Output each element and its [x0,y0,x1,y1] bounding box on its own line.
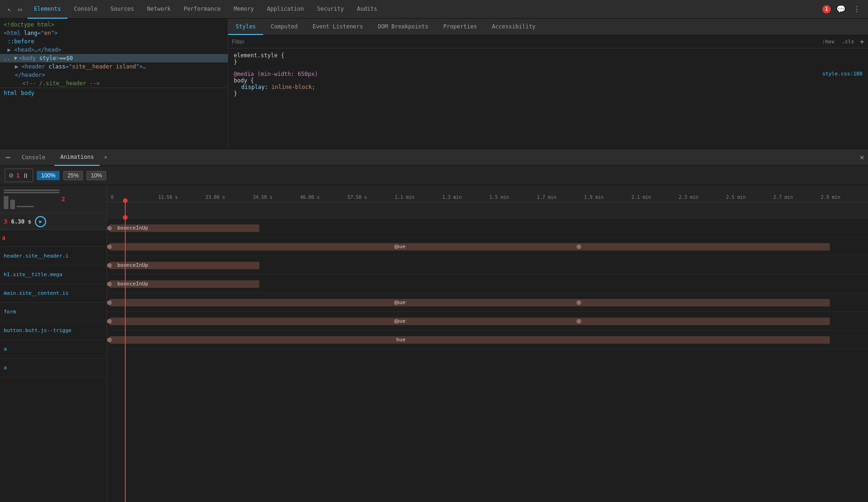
anim-label-bounce-main: bounceInUp [117,262,148,268]
tab-elements[interactable]: Elements [27,0,68,19]
ruler-13: 1.3 min [442,195,489,200]
ruler-21: 2.1 min [631,195,679,200]
animation-timeline[interactable]: 0 11.50 s 23.00 s 34.50 s 46.00 s 57.50 … [107,185,868,502]
drawer-tab-animations[interactable]: Animations [54,149,99,166]
css-selector: element.style { [234,52,284,59]
drawer-tab-console[interactable]: Console [16,149,51,166]
play-button[interactable]: ▶ [35,216,46,227]
tab-properties[interactable]: Properties [436,19,484,35]
anim-bar-button [109,299,830,306]
pause-button[interactable]: ⏸ [22,172,29,179]
drawer-header: ⋯ Console Animations ✕ ✕ [0,149,868,166]
cursor-icon[interactable]: ↖ [6,4,13,15]
speed-100-button[interactable]: 100% [37,171,60,180]
equals-sign: == [60,55,66,61]
elements-panel[interactable]: <!doctype html> <html lang="en"> ::befor… [0,19,228,149]
tab-network[interactable]: Network [141,0,177,19]
step-number-3: 3 [4,218,7,225]
anim-dot-a1-end [576,319,581,324]
step-number-2: 2 [61,196,65,203]
dom-line[interactable]: <!-- /.site__header --> [0,79,228,88]
error-indicator[interactable]: 1 [822,5,831,14]
animation-timeline-area: 2 3 6.30 s ▶ 4 header.site__header.i h1.… [0,185,868,502]
preview-bar-3 [17,206,34,207]
tab-console[interactable]: Console [68,0,104,19]
css-rule-media: @media (min-width: 650px) style.css:180 … [234,71,862,97]
device-icon[interactable]: ▭ [16,4,23,15]
body-node: <body style> [19,55,60,61]
drawer-more-icon[interactable]: ⋯ [4,151,13,163]
dom-line[interactable]: ::before [0,37,228,46]
dom-line[interactable]: <!doctype html> [0,20,228,29]
html-node: <html lang="en"> [4,30,58,36]
ruler-29: 2.9 min [821,195,868,200]
css-closing-brace: } [234,90,237,97]
tab-sources[interactable]: Sources [104,0,141,19]
current-time-display: 6.30 s [11,218,31,225]
dollar-zero: $0 [66,55,73,61]
tab-event-listeners[interactable]: Event Listeners [305,19,370,35]
anim-dot-button-start [107,300,112,305]
styles-filter-input[interactable] [232,39,816,45]
tab-security[interactable]: Security [311,0,351,19]
label-a2: a [4,365,7,371]
anim-dot-a1-start [107,319,112,324]
breadcrumb-html[interactable]: html [4,90,17,96]
ruler-11: 1.1 min [395,195,442,200]
close-tab-icon[interactable]: ✕ [104,154,108,160]
dom-line[interactable]: ▶ <header class="site__header island">… [0,62,228,71]
label-h1: h1.site__title.mega [4,271,62,278]
tab-audits[interactable]: Audits [351,0,384,19]
preview-bar-1 [4,196,8,209]
preview-line-1 [4,190,60,191]
anim-label-main: main.site__content.is [0,284,107,303]
anim-bar-a1 [109,318,830,325]
add-style-button[interactable]: + [860,37,864,46]
tab-application[interactable]: Application [260,0,310,19]
tab-accessibility[interactable]: Accessibility [484,19,543,35]
doctype-node: <!doctype html> [4,21,54,28]
tab-icons: ↖ ▭ [2,4,27,15]
preview-widget [4,190,60,209]
css-rule-element-style: element.style { } [234,52,862,65]
ruler-25: 2.5 min [726,195,773,200]
anim-label-bounce-form: bounceInUp [117,281,148,287]
step-number-4: 4 [2,235,6,242]
anim-dot-h1-mid [394,244,399,249]
main-panel: <!doctype html> <html lang="en"> ::befor… [0,19,868,149]
tab-dom-breakpoints[interactable]: DOM Breakpoints [371,19,436,35]
anim-dot-a2-start [107,338,112,342]
tab-computed[interactable]: Computed [263,19,305,35]
tab-memory[interactable]: Memory [227,0,260,19]
close-drawer-button[interactable]: ✕ [860,153,864,162]
anim-label-hue-a2: hue [396,337,406,343]
hov-button[interactable]: :hov [820,38,836,46]
anim-control-group: ⊘ 1 ⏸ [5,169,33,182]
tab-performance[interactable]: Performance [177,0,227,19]
dom-line-body[interactable]: .. ▼ <body style> == $0 [0,54,228,62]
more-options-icon[interactable]: ⋮ [851,3,862,15]
css-source-link[interactable]: style.css:180 [822,71,862,77]
dom-line[interactable]: ▶ <head>…</head> [0,46,228,54]
dom-line[interactable]: </header> [0,71,228,79]
speed-25-button[interactable]: 25% [63,171,83,180]
label-row-header: 4 [0,230,107,247]
ruler-19: 1.9 min [584,195,631,200]
tab-styles[interactable]: Styles [228,19,263,35]
anim-dot-a1-mid [394,319,399,324]
anim-bar-h1 [109,243,830,251]
ban-icon[interactable]: ⊘ [9,171,14,180]
speed-10-button[interactable]: 10% [87,171,106,180]
anim-dot-form [107,282,112,286]
styles-content[interactable]: element.style { } @media (min-width: 650… [228,48,868,149]
anim-label-header-bounce: header.site__header.i [0,247,107,265]
anim-label-a1: a [0,340,107,359]
time-cursor [125,202,126,502]
dom-line[interactable]: <html lang="en"> [0,29,228,37]
top-tabs-right: 1 💬 ⋮ [822,3,866,15]
breadcrumb-body[interactable]: body [21,90,34,96]
animation-preview: 2 [0,185,107,213]
chat-icon[interactable]: 💬 [834,3,848,15]
expand-indicator: .. ▼ [4,55,17,61]
cls-button[interactable]: .cls [840,38,856,46]
